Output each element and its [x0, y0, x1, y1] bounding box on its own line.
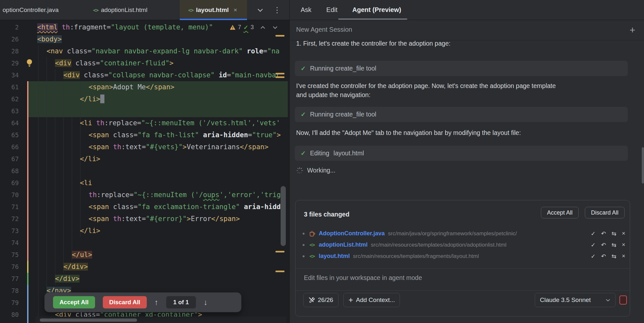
file-name[interactable]: AdoptionController.java: [319, 230, 385, 237]
next-problem-chevron-icon[interactable]: [273, 26, 278, 29]
prompt-input-placeholder[interactable]: Edit files in your workspace in agent mo…: [304, 274, 422, 282]
code-token: =: [87, 47, 91, 55]
tab-adoptionlist[interactable]: <> adoptionList.html: [81, 0, 180, 20]
code-token: id: [215, 71, 227, 79]
session-title: New Agent Session: [296, 26, 352, 33]
undo-file-icon[interactable]: ↶: [601, 241, 606, 249]
code-line: 29<div class="container-fluid">: [0, 57, 289, 69]
inspections-widget[interactable]: 7 ✓ 3: [230, 21, 278, 33]
changed-file-row[interactable]: <> layout.html src/main/resources/templa…: [295, 251, 630, 262]
file-name[interactable]: layout.html: [319, 253, 350, 260]
line-number: 2: [0, 21, 19, 33]
add-context-button[interactable]: + Add Context...: [343, 293, 400, 307]
tool-usage-button[interactable]: 26/26: [303, 293, 338, 307]
file-name[interactable]: adoptionList.html: [319, 241, 368, 248]
line-number: 76: [0, 261, 19, 273]
diff-file-icon[interactable]: ⇆: [611, 241, 616, 249]
diff-review-toolbar: Accept All Discard All ↑ 1 of 1 ↓: [44, 292, 242, 312]
model-selector-dropdown[interactable]: Claude 3.5 Sonnet: [535, 293, 616, 307]
error-stripe-mark[interactable]: [275, 251, 284, 252]
code-token: <div: [55, 59, 71, 67]
prev-problem-chevron-icon[interactable]: [260, 26, 265, 29]
code-token: "#{error}": [146, 215, 187, 223]
code-token: <span: [89, 143, 109, 151]
file-path: src/main/java/org/springframework/sample…: [388, 230, 591, 237]
intention-bulb-icon[interactable]: [26, 59, 33, 68]
changed-file-row[interactable]: <> adoptionList.html src/main/resources/…: [295, 239, 630, 251]
edited-file-link[interactable]: layout.html: [334, 150, 364, 157]
code-token: </ul>: [72, 251, 92, 259]
dismiss-file-icon[interactable]: ×: [622, 253, 625, 260]
error-stripe-mark[interactable]: [275, 35, 284, 37]
panel-scrollbar[interactable]: [642, 147, 644, 184]
code-token: ','error','trig: [220, 191, 281, 199]
divider: [295, 290, 630, 291]
error-stripe-mark[interactable]: [275, 73, 284, 74]
code-token: :fragment: [70, 23, 107, 31]
line-number: 63: [0, 105, 19, 117]
changed-file-row[interactable]: AdoptionController.java src/main/java/or…: [295, 228, 630, 239]
dismiss-file-icon[interactable]: ×: [622, 241, 625, 249]
accept-all-button[interactable]: Accept All: [53, 296, 95, 308]
tool-call-row[interactable]: ✓ Running create_file tool: [295, 61, 628, 76]
tool-call-row[interactable]: ✓ Editing layout.html: [295, 146, 628, 161]
editor-horizontal-scrollbar[interactable]: [40, 318, 137, 322]
accept-all-files-button[interactable]: Accept All: [541, 207, 579, 218]
modified-dot-icon: [303, 233, 305, 235]
code-line: 69<li: [0, 177, 289, 189]
tab-adoptioncontroller[interactable]: optionController.java: [0, 0, 81, 20]
undo-file-icon[interactable]: ↶: [601, 253, 606, 260]
code-line: 28<nav class="navbar navbar-expand-lg na…: [0, 45, 289, 57]
tab-ask[interactable]: Ask: [301, 6, 311, 14]
code-token: =: [248, 131, 252, 139]
accept-file-icon[interactable]: ✓: [591, 230, 596, 237]
error-stripe-mark[interactable]: [275, 271, 284, 272]
code-token: "layout (template, menu)": [111, 23, 213, 31]
editor-options-kebab-icon[interactable]: ⋮: [273, 0, 281, 20]
tab-layout-active[interactable]: <> layout.html ×: [180, 0, 247, 20]
change-counter: 1 of 1: [166, 296, 196, 308]
spinner-icon: [296, 167, 303, 174]
accept-file-icon[interactable]: ✓: [591, 241, 596, 249]
typo-check-icon: ✓: [243, 24, 248, 31]
tab-agent-preview[interactable]: Agent (Preview): [352, 6, 401, 14]
new-session-plus-icon[interactable]: +: [629, 25, 635, 35]
chat-scroll-area[interactable]: 1. First, let's create the controller fo…: [290, 40, 644, 323]
tool-call-row[interactable]: ✓ Running create_file tool: [295, 107, 628, 122]
hidden-tabs-chevron-icon[interactable]: [257, 0, 263, 20]
line-number: 75: [0, 249, 19, 261]
check-icon: ✓: [301, 150, 306, 157]
code-token: Veterinarians: [187, 143, 240, 151]
close-tab-icon[interactable]: ×: [234, 6, 237, 14]
discard-all-button[interactable]: Discard All: [103, 296, 147, 308]
next-change-arrow-icon[interactable]: ↓: [204, 298, 208, 307]
tab-edit[interactable]: Edit: [326, 6, 337, 14]
line-number: 79: [0, 297, 19, 309]
code-token: :replace: [104, 119, 137, 127]
line-number: 70: [0, 189, 19, 201]
diff-file-icon[interactable]: ⇆: [611, 253, 616, 260]
discard-all-files-button[interactable]: Discard All: [585, 207, 625, 218]
previous-change-arrow-icon[interactable]: ↑: [155, 298, 158, 307]
check-icon: ✓: [301, 111, 306, 118]
code-token: <li: [80, 119, 92, 127]
assistant-message: 1. First, let's create the controller fo…: [296, 40, 450, 48]
tools-icon: [308, 297, 315, 303]
dismiss-file-icon[interactable]: ×: [622, 230, 625, 237]
code-token: =: [142, 215, 146, 223]
code-token: >: [169, 59, 174, 67]
stop-generation-button[interactable]: [619, 295, 627, 305]
ai-assistant-panel: Ask Edit Agent (Preview) New Agent Sessi…: [289, 0, 644, 323]
error-stripe-mark[interactable]: [275, 76, 284, 78]
accept-file-icon[interactable]: ✓: [591, 253, 596, 260]
editor-vertical-scrollbar[interactable]: [281, 186, 286, 246]
code-token: <span: [89, 203, 109, 211]
diff-file-icon[interactable]: ⇆: [611, 230, 616, 237]
working-label: Working...: [307, 167, 335, 174]
line-number: 67: [0, 153, 19, 165]
code-token: oups: [203, 191, 220, 199]
undo-file-icon[interactable]: ↶: [601, 230, 606, 237]
modified-dot-icon: [303, 244, 305, 246]
code-token: class: [109, 131, 134, 139]
assistant-tab-bar: Ask Edit Agent (Preview): [290, 0, 644, 20]
